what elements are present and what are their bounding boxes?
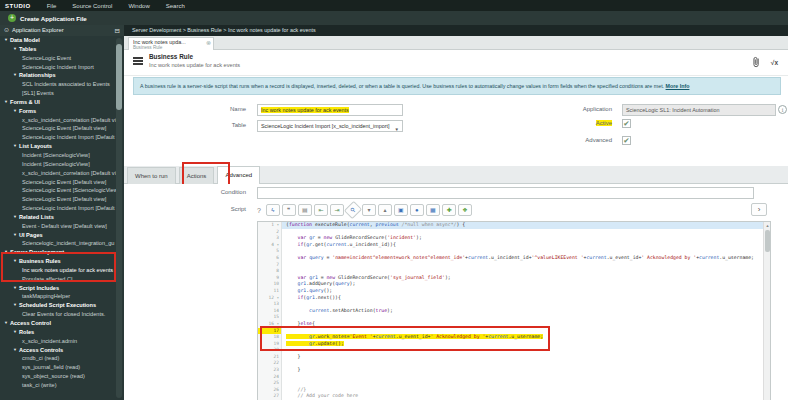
- help-icon[interactable]: ?: [257, 207, 261, 214]
- tree-item[interactable]: task_ci (write): [0, 381, 124, 390]
- line-number: 13: [258, 301, 282, 308]
- name-input[interactable]: Inc work notes update for ack events: [257, 104, 403, 116]
- tree-item[interactable]: x_sclo_incident.admin: [0, 337, 124, 346]
- scope-icon[interactable]: ●: [410, 204, 424, 216]
- tree-item[interactable]: x_sclo_incident_correlation [Default vi: [0, 169, 124, 178]
- expand-arrow-icon[interactable]: ▼: [4, 99, 8, 104]
- section-tab-advanced[interactable]: Advanced: [217, 166, 260, 184]
- tree-item[interactable]: [SL1] Events: [0, 89, 124, 98]
- tree-item[interactable]: x_sclo_incident_correlation [Default vi: [0, 116, 124, 125]
- expand-arrow-icon[interactable]: ▼: [13, 232, 17, 237]
- indent-icon[interactable]: ⇥: [330, 204, 344, 216]
- tree-item[interactable]: ▼List Layouts: [0, 142, 124, 151]
- condition-input[interactable]: [257, 187, 754, 199]
- tree-item[interactable]: ScienceLogic Event [SciencelogicView]: [0, 186, 124, 195]
- tree-item[interactable]: Incident [SciencelogicView]: [0, 160, 124, 169]
- section-tab-when-to-run[interactable]: When to run: [127, 167, 176, 184]
- script-code-editor[interactable]: 1 ▾(function executeRule(current, previo…: [257, 221, 771, 400]
- expand-arrow-icon[interactable]: ▼: [13, 258, 17, 263]
- section-tab-actions[interactable]: Actions: [179, 167, 215, 184]
- comment-icon[interactable]: ❞: [282, 204, 296, 216]
- tree-item[interactable]: ▼Access Control: [0, 319, 124, 328]
- tree-item[interactable]: Populate affected CI: [0, 275, 124, 284]
- expand-arrow-icon[interactable]: ▼: [4, 37, 8, 42]
- close-tab-icon[interactable]: ⊗: [206, 39, 211, 46]
- tree-item[interactable]: cmdb_ci (read): [0, 354, 124, 363]
- find-next-icon[interactable]: ▾: [362, 204, 376, 216]
- tree-item[interactable]: ScienceLogic Event: [0, 54, 124, 63]
- tree-item[interactable]: Clear Events for closed Incidents.: [0, 310, 124, 319]
- tree-item[interactable]: ▼Script Includes: [0, 284, 124, 293]
- insert-code-icon[interactable]: ✚: [442, 204, 456, 216]
- active-checkbox[interactable]: [622, 119, 631, 128]
- tab-business-rule[interactable]: Inc work notes upda... Business Rule ⊗: [128, 37, 214, 50]
- tree-item[interactable]: Sciencelogic_incident_integration_gu: [0, 239, 124, 248]
- tree-item[interactable]: ▼Roles: [0, 328, 124, 337]
- expand-editor-button[interactable]: ›: [751, 203, 767, 216]
- format-code-icon[interactable]: ▤: [298, 204, 312, 216]
- expand-arrow-icon[interactable]: ▼: [13, 72, 17, 77]
- tree-item[interactable]: ▼Access Controls: [0, 346, 124, 355]
- sidebar-scrollbar-thumb[interactable]: [116, 44, 122, 110]
- expand-arrow-icon[interactable]: ▼: [13, 302, 17, 307]
- tree-item[interactable]: sys_journal_field (read): [0, 363, 124, 372]
- tree-item[interactable]: ▼UI Pages: [0, 231, 124, 240]
- expand-arrow-icon[interactable]: ▼: [4, 320, 8, 325]
- tree-item[interactable]: ▼Related Lists: [0, 213, 124, 222]
- tree-item[interactable]: Inc work notes update for ack events: [0, 266, 124, 275]
- tree-item[interactable]: ▼Business Rules: [0, 257, 124, 266]
- expand-arrow-icon[interactable]: ▼: [13, 46, 17, 51]
- outdent-icon[interactable]: ⇤: [314, 204, 328, 216]
- code-line: 4 ▾ if(gr.get(current.u_incident_id)){: [258, 242, 770, 249]
- info-icon[interactable]: i: [778, 105, 787, 114]
- tree-item[interactable]: Event - Default view [Default view]: [0, 222, 124, 231]
- tree-item[interactable]: ScienceLogic Incident Import: [0, 63, 124, 72]
- tree-item[interactable]: ▼Forms & UI: [0, 98, 124, 107]
- formula-icon[interactable]: √x: [771, 59, 778, 66]
- sidebar-scrollbar[interactable]: [116, 38, 122, 398]
- menu-window[interactable]: Window: [128, 3, 149, 9]
- collapse-panel-icon[interactable]: ⊟: [115, 25, 120, 36]
- tree-item[interactable]: Incident [SciencelogicView]: [0, 151, 124, 160]
- menu-source-control[interactable]: Source Control: [72, 3, 112, 9]
- tree-item[interactable]: ▼Forms: [0, 107, 124, 116]
- tree-item[interactable]: ▼Server Development: [0, 248, 124, 257]
- expand-arrow-icon[interactable]: ▼: [13, 285, 17, 290]
- tree-item[interactable]: ScienceLogic Incident Import [Default v: [0, 133, 124, 142]
- expand-arrow-icon[interactable]: ▼: [13, 347, 17, 352]
- tree-item[interactable]: SCL Incidents associated to Events: [0, 80, 124, 89]
- table-select[interactable]: ScienceLogic Incident Import [x_sclo_inc…: [257, 120, 403, 132]
- tree-item[interactable]: ScienceLogic Event [Default view]: [0, 178, 124, 187]
- find-previous-icon[interactable]: ▴: [378, 204, 392, 216]
- expand-arrow-icon[interactable]: ▼: [4, 249, 8, 254]
- tree-item[interactable]: sys_object_source (read): [0, 372, 124, 381]
- attachment-paperclip-icon[interactable]: [752, 56, 761, 68]
- tree-item-label: x_sclo_incident_correlation [Default vi: [22, 117, 116, 123]
- editor-toggle-icon[interactable]: ϟ: [266, 204, 280, 216]
- context-menu-icon[interactable]: [133, 57, 143, 66]
- create-application-file-button[interactable]: + Create Application File: [8, 14, 87, 22]
- menu-search[interactable]: Search: [166, 3, 185, 9]
- editor-scrollbar[interactable]: ▲: [763, 222, 770, 400]
- open-window-icon[interactable]: ▣: [394, 204, 408, 216]
- tree-item[interactable]: taskMappingHelper: [0, 292, 124, 301]
- tree-item[interactable]: ScienceLogic Event [Default view]: [0, 195, 124, 204]
- search-icon[interactable]: ⚲: [344, 201, 362, 219]
- expand-arrow-icon[interactable]: ▼: [13, 214, 17, 219]
- tree-item[interactable]: ▼Scheduled Script Executions: [0, 301, 124, 310]
- tree-item[interactable]: ▼Relationships: [0, 71, 124, 80]
- api-reference-icon[interactable]: ❖: [458, 204, 472, 216]
- expand-arrow-icon[interactable]: ▼: [13, 108, 17, 113]
- editor-scrollbar-thumb[interactable]: [765, 230, 770, 252]
- advanced-checkbox[interactable]: [622, 136, 631, 145]
- tree-item[interactable]: ▼Data Model: [0, 36, 124, 45]
- menu-file[interactable]: File: [47, 3, 57, 9]
- expand-arrow-icon[interactable]: ▼: [13, 143, 17, 148]
- more-info-link[interactable]: More Info: [666, 83, 690, 89]
- scroll-up-icon[interactable]: ▲: [764, 222, 771, 229]
- tree-item[interactable]: ScienceLogic Event [Default view]: [0, 124, 124, 133]
- expand-arrow-icon[interactable]: ▼: [13, 329, 17, 334]
- save-icon[interactable]: ▦: [426, 204, 440, 216]
- tree-item[interactable]: ScienceLogic Incident Import [Default v: [0, 204, 124, 213]
- tree-item[interactable]: ▼Tables: [0, 45, 124, 54]
